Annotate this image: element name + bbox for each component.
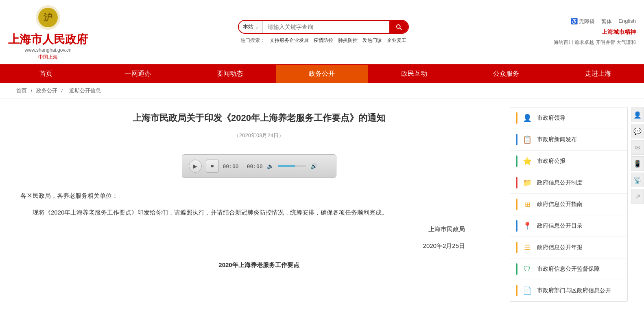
sidebar-bar-5 [516,199,517,210]
volume-slider[interactable] [278,165,306,167]
sidebar-bar-1 [516,112,517,124]
nav-item-news[interactable]: 要闻动态 [184,65,276,83]
volume-max-icon: 🔊 [310,163,317,169]
hot-search-bar: 热门搜索： 支持服务企业发展 疫情防控 肺炎防控 发热门诊 企业复工 [240,37,406,44]
sidebar-item-system[interactable]: 📁 政府信息公开制度 [510,172,627,194]
sidebar-item-supervision[interactable]: 🛡 市政府信息公开监督保障 [510,258,627,280]
site-sub: 中国上海 [38,54,58,61]
article-body: 各区民政局，各养老服务相关单位： 现将《2020年上海养老服务工作要点》印发给你… [16,190,502,270]
sidebar-icon-6: 📍 [522,220,533,232]
sidebar-item-guide[interactable]: ⊞ 政府信息公开指南 [510,194,627,215]
city-spirit-text: 海纳百川 追求卓越 开明睿智 大气谦和 [554,39,636,46]
article-title: 上海市民政局关于印发《2020年上海养老服务工作要点》的通知 [16,107,502,129]
breadcrumb-sep-2: / [61,88,64,94]
sidebar-label-5: 政府信息公开指南 [537,201,583,208]
breadcrumb-sep-1: / [31,88,34,94]
top-links: ♿ 无障碍 繁体 English [571,18,636,25]
hot-search-item-3[interactable]: 肺炎防控 [338,37,358,44]
nav-item-public[interactable]: 公众服务 [460,65,552,83]
hot-search-label: 热门搜索： [240,37,265,44]
sidebar-label-6: 政府信息公开目录 [537,222,583,230]
sidebar-card: 👤 市政府领导 📋 市政府新闻发布 ⭐ 市政府公报 📁 政府信息公开制度 [510,107,628,302]
main-nav: 首页 一网通办 要闻动态 政务公开 政民互动 公众服务 走进上海 [0,64,644,83]
nav-item-interact[interactable]: 政民互动 [368,65,460,83]
city-spirit-title: 上海城市精神 [602,28,636,36]
logo-area: 沪 上海市人民政府 www.shanghai.gov.cn 中国上海 [8,3,88,61]
sidebar-item-gov-leaders[interactable]: 👤 市政府领导 [510,107,627,129]
search-box: 本站 [238,20,409,34]
sidebar-icon-8: 🛡 [522,263,533,275]
hot-search-item-4[interactable]: 发热门诊 [362,37,382,44]
nav-item-about[interactable]: 走进上海 [552,65,644,83]
breadcrumb-home[interactable]: 首页 [16,88,27,94]
nav-item-openinfo[interactable]: 政务公开 [276,65,368,83]
hot-search-item-2[interactable]: 疫情防控 [314,37,333,44]
sidebar-icon-9: 📄 [522,285,533,296]
sidebar-item-annual[interactable]: ☰ 政府信息公开年报 [510,237,627,258]
sidebar-item-catalog[interactable]: 📍 政府信息公开目录 [510,215,627,237]
svg-text:沪: 沪 [44,12,52,22]
sidebar-item-press[interactable]: 📋 市政府新闻发布 [510,129,627,151]
social-email-button[interactable]: ✉ [631,140,644,155]
article-date: （2020年03月24日） [16,132,502,139]
accessibility-link[interactable]: ♿ 无障碍 [571,18,595,25]
sidebar-label-3: 市政府公报 [537,158,565,165]
article-divider [16,146,502,146]
audio-player: ▶ ■ 00:00 00:00 🔈 🔊 [182,154,336,178]
sidebar-label-1: 市政府领导 [537,114,565,122]
sidebar-icon-3: ⭐ [522,156,533,167]
social-mobile-button[interactable]: 📱 [631,156,644,171]
sidebar-icon-4: 📁 [522,177,533,188]
sidebar-bar-7 [516,242,517,253]
article-send-date: 2020年2月25日 [20,240,465,251]
accessibility-icon: ♿ [571,18,578,24]
sidebar-label-9: 市政府部门与区政府信息公开 [537,287,611,294]
sidebar-bar-9 [516,285,517,296]
search-icon [395,23,402,31]
stop-button[interactable]: ■ [206,160,219,173]
sidebar-item-dept[interactable]: 📄 市政府部门与区政府信息公开 [510,280,627,301]
breadcrumb-openinfo[interactable]: 政务公开 [36,88,57,94]
sidebar-label-7: 政府信息公开年报 [537,244,583,251]
main-container: 上海市民政局关于印发《2020年上海养老服务工作要点》的通知 （2020年03月… [0,99,644,310]
sidebar-icon-5: ⊞ [522,199,533,210]
social-rss-button[interactable]: 📡 [631,173,644,187]
time-total: 00:00 [247,163,263,169]
article-main-text: 现将《2020年上海养老服务工作要点》印发给你们，请遵照执行，并请结合新冠肺炎防… [20,207,498,218]
search-input[interactable] [263,21,389,33]
hot-search-item-1[interactable]: 支持服务企业发展 [270,37,309,44]
article-sender: 上海市民政局 [20,223,465,234]
sidebar-bar-2 [516,134,517,145]
nav-item-eservice[interactable]: 一网通办 [92,65,184,83]
hot-search-item-5[interactable]: 企业复工 [387,37,406,44]
search-scope-selector[interactable]: 本站 [239,21,263,33]
volume-icon[interactable]: 🔈 [267,163,274,169]
article-subtitle: 2020年上海养老服务工作要点 [20,259,498,270]
sidebar-label-8: 市政府信息公开监督保障 [537,265,600,273]
search-button[interactable] [389,21,408,33]
site-title: 上海市人民政府 [8,32,88,47]
social-wechat-button[interactable]: 💬 [631,124,644,138]
sidebar-bar-8 [516,263,517,275]
sidebar-icon-7: ☰ [522,242,533,253]
right-sidebar: 👤 市政府领导 📋 市政府新闻发布 ⭐ 市政府公报 📁 政府信息公开制度 [510,107,628,302]
sidebar-icon-2: 📋 [522,134,533,145]
english-link[interactable]: English [618,18,636,25]
sidebar-item-gazette[interactable]: ⭐ 市政府公报 [510,151,627,172]
traditional-link[interactable]: 繁体 [601,18,612,25]
sidebar-bar-3 [516,156,517,167]
time-current: 00:00 [223,163,239,169]
article-area: 上海市民政局关于印发《2020年上海养老服务工作要点》的通知 （2020年03月… [16,107,502,302]
article-greeting: 各区民政局，各养老服务相关单位： [20,190,498,201]
search-area: 本站 热门搜索： 支持服务企业发展 疫情防控 肺炎防控 发热门诊 企业复工 [100,20,546,44]
nav-item-home[interactable]: 首页 [0,65,92,83]
top-right: ♿ 无障碍 繁体 English 上海城市精神 海纳百川 追求卓越 开明睿智 大… [546,18,636,46]
social-bar: 👤 💬 ✉ 📱 📡 ↗ [631,107,644,204]
logo-icon: 沪 [34,3,62,32]
play-button[interactable]: ▶ [189,160,202,173]
sidebar-bar-6 [516,220,517,232]
social-share-button[interactable]: ↗ [631,189,644,204]
social-profile-button[interactable]: 👤 [631,107,644,122]
sidebar-label-2: 市政府新闻发布 [537,136,577,143]
site-url: www.shanghai.gov.cn [24,47,71,53]
